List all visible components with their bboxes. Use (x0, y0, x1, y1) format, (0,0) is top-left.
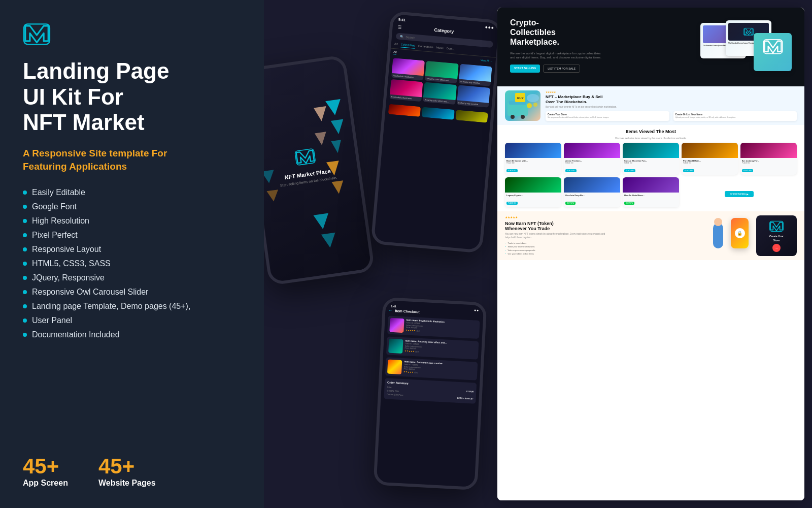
place-bid-button[interactable]: PLACE BID (565, 169, 577, 172)
web-hero-image: The Standard Lorem Ipsum Passage, Used S… (700, 18, 792, 79)
web-hero-text: Crypto-CollectiblesMarketplace. We are t… (510, 18, 700, 73)
earn-illustration: 🔒 (713, 215, 749, 256)
web-hero-section: Crypto-CollectiblesMarketplace. We are t… (497, 8, 804, 86)
website-preview: Crypto-CollectiblesMarketplace. We are t… (497, 8, 804, 500)
order-summary: Order Summary Total: $120.99 0.06674 ETH… (384, 378, 477, 403)
svg-rect-15 (507, 103, 528, 116)
cat-tab-dom[interactable]: Dom... (446, 47, 455, 52)
search-placeholder: Search (405, 35, 415, 39)
earn-rating-row: ★★★★★ (505, 215, 705, 219)
start-selling-button[interactable]: START SELLING (510, 65, 540, 73)
phone-category-screen: 9:41 ☰ Category 🔍 Search (374, 14, 499, 250)
web-buy-rating: ★★★★★ (546, 90, 797, 93)
left-panel: Landing Page UI Kit For NFT Market A Res… (0, 0, 264, 508)
filter-all[interactable]: All (393, 50, 397, 55)
buy-now-button[interactable]: BUY NOW (565, 202, 576, 205)
svg-marker-10 (264, 170, 276, 184)
web-earn-text: ★★★★★ Now Earn NFT (Token)Whenever You T… (505, 215, 705, 256)
checkout-item-info-1: Item name: Psychedelic illustration Toke… (405, 319, 478, 336)
list-item: Documentation Included (23, 330, 241, 339)
checkout-item-info-2: Item name: Amazing color effect and... T… (404, 339, 477, 357)
cat-tab-music[interactable]: Music (436, 46, 444, 51)
checkout-item-img-1 (389, 318, 404, 333)
web-hero-buttons: START SELLING LIST ITEM FOR SALE (510, 65, 700, 73)
svg-point-22 (527, 103, 532, 108)
nft-card (388, 104, 421, 117)
nft-card: Psychedelic Illustration (389, 79, 423, 102)
cat-tab-art[interactable]: Art (394, 42, 398, 47)
buy-now-button[interactable]: BUY NOW (624, 202, 634, 205)
checkout-item-1: Item name: Psychedelic illustration Toke… (387, 315, 480, 338)
list-item-button[interactable]: LIST ITEM FOR SALE (543, 65, 580, 73)
list-item: Google Font (23, 202, 241, 211)
web-buy-sell-section: BUY ★★★★★ NFT – Marketplace Buy & SellOv… (497, 86, 804, 125)
svg-point-21 (527, 94, 539, 102)
list-item: JQuery, Responsive (23, 273, 241, 282)
phone-big: NFT Market Place Start selling items on … (264, 54, 375, 285)
checkout-item-img-2 (388, 339, 403, 354)
create-store-subtitle: Store (773, 239, 780, 242)
place-bid-button[interactable]: PLACE BID (624, 169, 635, 172)
web-buy-image: BUY (505, 90, 540, 121)
checkout-item-2: Item name: Amazing color effect and... T… (386, 336, 479, 359)
view-all-link[interactable]: View All → (481, 58, 493, 62)
cat-tab-collectibles[interactable]: Collectibles (400, 43, 415, 48)
nft-card: Amazing color effect and... (425, 61, 458, 83)
list-item: High Resolution (23, 216, 241, 226)
web-items-row1: Best 3D Games with... PLACE BID PLACE BI… (505, 143, 797, 175)
web-preview-card-3 (754, 33, 792, 71)
web-buy-steps: Create Your Store Set up your collection… (546, 111, 797, 121)
place-bid-button[interactable]: PLACE BID (506, 169, 518, 172)
list-item: Responsive Layout (23, 245, 241, 254)
web-items-row2: Legens,Crypto ... PLACE BID Give Into De… (505, 177, 797, 207)
nft-card: Psychedelic Illustration (391, 58, 425, 80)
list-item: User Panel (23, 316, 241, 325)
nft-card: Amazing color effect and... (423, 82, 456, 105)
nft-card: So fuuny stay creative (458, 64, 492, 86)
nft-card (422, 107, 455, 119)
earn-bullets: •Trade to earn tokens •Stake your tokens… (505, 242, 705, 255)
web-buy-text: ★★★★★ NFT – Marketplace Buy & SellOver T… (546, 90, 797, 121)
svg-marker-11 (266, 189, 280, 202)
right-panel: NFT Market Place Start selling items on … (264, 0, 812, 508)
place-bid-button[interactable]: PLACE BID (742, 169, 753, 172)
stat-website-label: Website Pages (98, 479, 156, 488)
svg-point-23 (533, 103, 537, 107)
show-more-button[interactable]: SHOW MORE ▶ (725, 191, 754, 197)
web-earn-content: ★★★★★ Now Earn NFT (Token)Whenever You T… (505, 215, 797, 256)
checkout-item-3: Item name: So fuunny stay creative Token… (385, 357, 478, 380)
stats-row: 45+ App Screen 45+ Website Pages (23, 454, 241, 488)
create-store-arrow[interactable]: → (772, 244, 781, 252)
web-buy-step-1: Create Your Store Set up your collection… (546, 111, 669, 121)
svg-marker-6 (314, 106, 328, 122)
web-item-card: Anime Freebies... PLACE BID PLACE BID (564, 143, 620, 175)
checkout-screen: 9:41 ← Item Checkout Item name: Psychede… (377, 300, 484, 487)
web-item-card: Pure World Main... PLACE BID PLACE BID (682, 143, 738, 175)
web-items-subtitle: Discover exclusive items viewed by thous… (505, 137, 797, 140)
place-bid-button[interactable]: PLACE BID (683, 169, 694, 172)
web-item-card: How To Make Mone... BUY NOW (623, 177, 679, 207)
phones-area: NFT Market Place Start selling items on … (264, 0, 497, 508)
web-items-title: Items Viewed The Most (505, 129, 797, 134)
phone-big-screen: NFT Market Place Start selling items on … (264, 58, 371, 282)
place-bid-button[interactable]: PLACE BID (506, 202, 518, 205)
svg-text:BUY: BUY (517, 97, 524, 100)
status-time: 9:41 (398, 18, 406, 22)
list-item: Responsive Owl Carousel Slider (23, 288, 241, 297)
stat-app-label: App Screen (23, 479, 68, 488)
list-item: HTML5, CSS3, SASS (23, 259, 241, 268)
main-title: Landing Page UI Kit For NFT Market (23, 58, 241, 136)
svg-point-17 (511, 115, 515, 119)
svg-marker-2 (331, 119, 346, 135)
web-hero-title: Crypto-CollectiblesMarketplace. (510, 18, 700, 47)
nft-card (455, 110, 488, 122)
web-buy-title: NFT – Marketplace Buy & SellOver The Blo… (546, 94, 797, 104)
list-item: Easily Editable (23, 188, 241, 197)
back-button[interactable]: ← (388, 308, 392, 312)
stat-app-screen: 45+ App Screen (23, 454, 68, 488)
web-buy-desc: Buy and sell your favorite NFTs on our s… (546, 106, 797, 109)
cat-tab-games[interactable]: Game Items (418, 44, 433, 50)
web-item-card: Legens,Crypto ... PLACE BID (505, 177, 561, 207)
web-earn-desc: You can now earn NFT tokens simply by us… (505, 233, 606, 239)
stat-app-number: 45+ (23, 454, 68, 479)
